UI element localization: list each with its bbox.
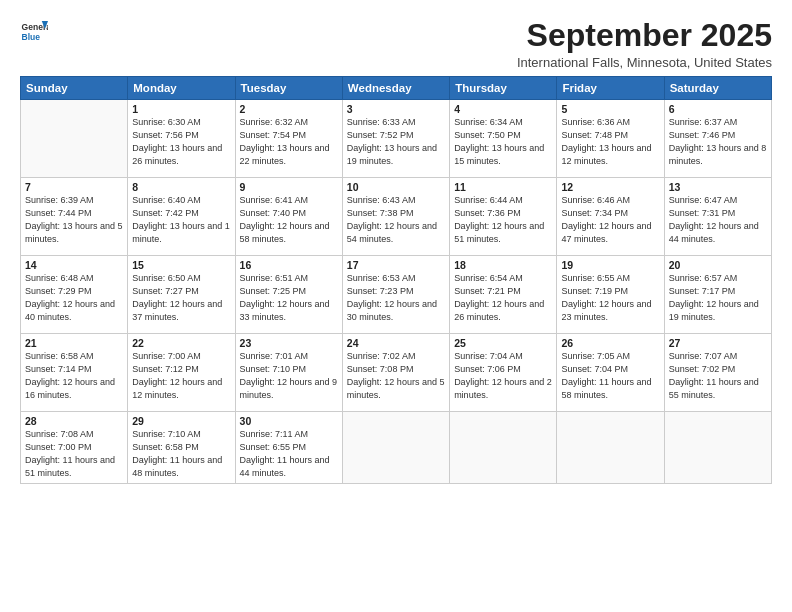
calendar-week-2: 7Sunrise: 6:39 AM Sunset: 7:44 PM Daylig… [21,178,772,256]
day-number: 5 [561,103,659,115]
calendar-cell: 22Sunrise: 7:00 AM Sunset: 7:12 PM Dayli… [128,334,235,412]
calendar-cell: 11Sunrise: 6:44 AM Sunset: 7:36 PM Dayli… [450,178,557,256]
day-info: Sunrise: 6:53 AM Sunset: 7:23 PM Dayligh… [347,272,445,324]
col-friday: Friday [557,77,664,100]
day-info: Sunrise: 6:55 AM Sunset: 7:19 PM Dayligh… [561,272,659,324]
day-number: 14 [25,259,123,271]
day-number: 16 [240,259,338,271]
calendar-week-4: 21Sunrise: 6:58 AM Sunset: 7:14 PM Dayli… [21,334,772,412]
day-number: 12 [561,181,659,193]
calendar-cell: 17Sunrise: 6:53 AM Sunset: 7:23 PM Dayli… [342,256,449,334]
day-number: 27 [669,337,767,349]
day-number: 23 [240,337,338,349]
calendar-cell [342,412,449,484]
day-info: Sunrise: 6:37 AM Sunset: 7:46 PM Dayligh… [669,116,767,168]
calendar-cell: 12Sunrise: 6:46 AM Sunset: 7:34 PM Dayli… [557,178,664,256]
day-info: Sunrise: 7:01 AM Sunset: 7:10 PM Dayligh… [240,350,338,402]
day-number: 19 [561,259,659,271]
logo-icon: General Blue [20,18,48,46]
calendar-cell: 16Sunrise: 6:51 AM Sunset: 7:25 PM Dayli… [235,256,342,334]
calendar-cell [21,100,128,178]
col-sunday: Sunday [21,77,128,100]
day-number: 6 [669,103,767,115]
day-number: 22 [132,337,230,349]
calendar-cell [664,412,771,484]
day-info: Sunrise: 6:54 AM Sunset: 7:21 PM Dayligh… [454,272,552,324]
calendar-cell: 4Sunrise: 6:34 AM Sunset: 7:50 PM Daylig… [450,100,557,178]
day-number: 28 [25,415,123,427]
day-info: Sunrise: 6:58 AM Sunset: 7:14 PM Dayligh… [25,350,123,402]
day-info: Sunrise: 6:34 AM Sunset: 7:50 PM Dayligh… [454,116,552,168]
month-title: September 2025 [517,18,772,53]
calendar-cell: 28Sunrise: 7:08 AM Sunset: 7:00 PM Dayli… [21,412,128,484]
calendar-cell: 9Sunrise: 6:41 AM Sunset: 7:40 PM Daylig… [235,178,342,256]
day-info: Sunrise: 7:08 AM Sunset: 7:00 PM Dayligh… [25,428,123,480]
calendar-week-3: 14Sunrise: 6:48 AM Sunset: 7:29 PM Dayli… [21,256,772,334]
calendar-cell: 26Sunrise: 7:05 AM Sunset: 7:04 PM Dayli… [557,334,664,412]
day-info: Sunrise: 7:04 AM Sunset: 7:06 PM Dayligh… [454,350,552,402]
calendar-cell: 23Sunrise: 7:01 AM Sunset: 7:10 PM Dayli… [235,334,342,412]
calendar-table: Sunday Monday Tuesday Wednesday Thursday… [20,76,772,484]
calendar-cell: 8Sunrise: 6:40 AM Sunset: 7:42 PM Daylig… [128,178,235,256]
calendar-cell: 18Sunrise: 6:54 AM Sunset: 7:21 PM Dayli… [450,256,557,334]
day-info: Sunrise: 6:36 AM Sunset: 7:48 PM Dayligh… [561,116,659,168]
calendar-cell: 1Sunrise: 6:30 AM Sunset: 7:56 PM Daylig… [128,100,235,178]
day-number: 9 [240,181,338,193]
calendar-cell: 20Sunrise: 6:57 AM Sunset: 7:17 PM Dayli… [664,256,771,334]
calendar-cell: 21Sunrise: 6:58 AM Sunset: 7:14 PM Dayli… [21,334,128,412]
day-info: Sunrise: 7:10 AM Sunset: 6:58 PM Dayligh… [132,428,230,480]
day-info: Sunrise: 6:50 AM Sunset: 7:27 PM Dayligh… [132,272,230,324]
col-tuesday: Tuesday [235,77,342,100]
day-number: 17 [347,259,445,271]
day-info: Sunrise: 6:57 AM Sunset: 7:17 PM Dayligh… [669,272,767,324]
col-monday: Monday [128,77,235,100]
day-info: Sunrise: 6:33 AM Sunset: 7:52 PM Dayligh… [347,116,445,168]
col-thursday: Thursday [450,77,557,100]
day-number: 25 [454,337,552,349]
calendar-cell: 2Sunrise: 6:32 AM Sunset: 7:54 PM Daylig… [235,100,342,178]
day-number: 18 [454,259,552,271]
day-info: Sunrise: 7:11 AM Sunset: 6:55 PM Dayligh… [240,428,338,480]
day-info: Sunrise: 6:44 AM Sunset: 7:36 PM Dayligh… [454,194,552,246]
day-info: Sunrise: 6:40 AM Sunset: 7:42 PM Dayligh… [132,194,230,246]
day-number: 4 [454,103,552,115]
day-info: Sunrise: 7:07 AM Sunset: 7:02 PM Dayligh… [669,350,767,402]
calendar-cell: 13Sunrise: 6:47 AM Sunset: 7:31 PM Dayli… [664,178,771,256]
title-block: September 2025 International Falls, Minn… [517,18,772,70]
calendar-cell: 19Sunrise: 6:55 AM Sunset: 7:19 PM Dayli… [557,256,664,334]
calendar-cell: 3Sunrise: 6:33 AM Sunset: 7:52 PM Daylig… [342,100,449,178]
calendar-cell: 29Sunrise: 7:10 AM Sunset: 6:58 PM Dayli… [128,412,235,484]
day-info: Sunrise: 7:00 AM Sunset: 7:12 PM Dayligh… [132,350,230,402]
day-info: Sunrise: 6:39 AM Sunset: 7:44 PM Dayligh… [25,194,123,246]
calendar-cell [450,412,557,484]
calendar-cell: 24Sunrise: 7:02 AM Sunset: 7:08 PM Dayli… [342,334,449,412]
day-number: 26 [561,337,659,349]
day-number: 20 [669,259,767,271]
day-number: 3 [347,103,445,115]
day-number: 11 [454,181,552,193]
calendar-cell: 5Sunrise: 6:36 AM Sunset: 7:48 PM Daylig… [557,100,664,178]
day-number: 2 [240,103,338,115]
calendar-cell [557,412,664,484]
day-info: Sunrise: 6:51 AM Sunset: 7:25 PM Dayligh… [240,272,338,324]
calendar-page: General Blue September 2025 Internationa… [0,0,792,612]
day-number: 21 [25,337,123,349]
header-row: Sunday Monday Tuesday Wednesday Thursday… [21,77,772,100]
location-subtitle: International Falls, Minnesota, United S… [517,55,772,70]
page-header: General Blue September 2025 Internationa… [20,18,772,70]
svg-text:Blue: Blue [22,32,41,42]
day-info: Sunrise: 6:47 AM Sunset: 7:31 PM Dayligh… [669,194,767,246]
day-info: Sunrise: 6:41 AM Sunset: 7:40 PM Dayligh… [240,194,338,246]
day-number: 30 [240,415,338,427]
day-number: 24 [347,337,445,349]
day-info: Sunrise: 6:48 AM Sunset: 7:29 PM Dayligh… [25,272,123,324]
logo: General Blue [20,18,48,46]
day-info: Sunrise: 6:43 AM Sunset: 7:38 PM Dayligh… [347,194,445,246]
day-info: Sunrise: 6:30 AM Sunset: 7:56 PM Dayligh… [132,116,230,168]
day-number: 29 [132,415,230,427]
day-number: 7 [25,181,123,193]
calendar-week-1: 1Sunrise: 6:30 AM Sunset: 7:56 PM Daylig… [21,100,772,178]
day-info: Sunrise: 7:05 AM Sunset: 7:04 PM Dayligh… [561,350,659,402]
day-number: 10 [347,181,445,193]
calendar-cell: 10Sunrise: 6:43 AM Sunset: 7:38 PM Dayli… [342,178,449,256]
